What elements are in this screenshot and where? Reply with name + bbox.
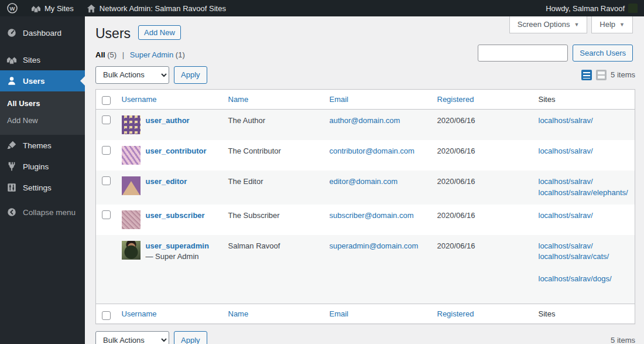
column-footer-registered[interactable]: Registered (437, 309, 474, 318)
registered-date: 2020/06/16 (437, 116, 475, 125)
registered-date: 2020/06/16 (437, 211, 475, 220)
svg-text:W: W (10, 5, 15, 12)
site-link[interactable]: localhost/salrav/ (539, 241, 629, 252)
sidebar-item-dashboard[interactable]: Dashboard (0, 22, 85, 43)
filter-super-admin-link[interactable]: Super Admin (130, 50, 173, 59)
sidebar-item-plugins[interactable]: Plugins (0, 156, 85, 177)
my-sites-label: My Sites (44, 4, 74, 13)
sidebar-item-label: Collapse menu (23, 208, 76, 217)
column-footer-sites: Sites (539, 309, 556, 318)
user-email-link[interactable]: contributor@domain.com (330, 147, 415, 155)
admin-bar: W My Sites Network Admin: Salman Ravoof … (0, 0, 644, 16)
filter-separator: | (122, 50, 124, 59)
apply-button-bottom[interactable]: Apply (174, 331, 207, 344)
filter-all-link[interactable]: All (95, 50, 105, 59)
items-count: 5 items (611, 70, 635, 79)
add-new-button[interactable]: Add New (138, 25, 181, 40)
user-name-text: The Editor (228, 177, 263, 186)
site-link[interactable]: localhost/salrav/ (539, 146, 629, 157)
user-name-text: Salman Ravoof (228, 241, 280, 250)
filter-all-count: (5) (107, 50, 117, 59)
sidebar-item-settings[interactable]: Settings (0, 177, 85, 198)
account-avatar (628, 4, 638, 13)
sidebar-item-themes[interactable]: Themes (0, 135, 85, 156)
column-footer-name[interactable]: Name (228, 309, 249, 318)
sidebar-item-label: Sites (23, 56, 40, 64)
menu-separator (0, 43, 85, 49)
column-header-username[interactable]: Username (122, 95, 157, 104)
sidebar-item-add-new[interactable]: Add New (0, 112, 85, 129)
select-all-checkbox[interactable] (102, 311, 111, 320)
site-link[interactable]: localhost/salrav/ (539, 115, 629, 127)
screen-options-label: Screen Options (518, 20, 570, 29)
search-users-button[interactable]: Search Users (573, 45, 633, 62)
sites-icon (6, 55, 17, 65)
home-icon (87, 4, 96, 13)
howdy-label: Howdy, Salman Ravoof (546, 4, 625, 13)
sidebar-item-label: Dashboard (23, 29, 61, 38)
table-row: user_superadmin — Super Admin Salman Rav… (96, 235, 635, 304)
search-input[interactable] (478, 45, 568, 62)
tablenav-top: Bulk Actions Apply 5 items (95, 66, 635, 84)
column-header-registered[interactable]: Registered (437, 95, 474, 104)
network-admin-label: Network Admin: Salman Ravoof Sites (100, 4, 226, 13)
site-link[interactable]: localhost/salrav/dogs/ (539, 274, 629, 285)
list-view-button[interactable] (581, 70, 592, 80)
user-avatar (122, 176, 141, 195)
help-button[interactable]: Help ▼ (591, 16, 633, 33)
select-row-checkbox[interactable] (102, 146, 111, 155)
my-sites-menu[interactable]: My Sites (25, 0, 80, 16)
username-link[interactable]: user_author (146, 116, 190, 125)
username-link[interactable]: user_subscriber (146, 211, 205, 220)
site-link[interactable]: localhost/salrav/ (539, 176, 629, 188)
submenu-item-label: Add New (7, 116, 38, 125)
sidebar-item-sites[interactable]: Sites (0, 49, 85, 70)
username-link[interactable]: user_superadmin (146, 241, 209, 250)
sidebar-item-users[interactable]: Users (0, 70, 85, 91)
select-row-checkbox[interactable] (102, 115, 111, 124)
select-all-checkbox[interactable] (102, 96, 111, 105)
screen-options-button[interactable]: Screen Options ▼ (509, 16, 588, 33)
column-footer-username[interactable]: Username (122, 309, 157, 318)
site-link[interactable]: localhost/salrav/ (539, 210, 629, 222)
users-submenu: All Users Add New (0, 91, 85, 135)
table-row: user_subscriber The Subscriber subscribe… (96, 205, 635, 235)
site-link[interactable]: localhost/salrav/cats/ (539, 251, 629, 263)
column-footer-email[interactable]: Email (330, 309, 349, 318)
table-footer-row: Username Name Email Registered Sites (96, 304, 635, 324)
super-admin-suffix: — Super Admin (146, 252, 199, 261)
account-menu[interactable]: Howdy, Salman Ravoof (539, 0, 644, 16)
sidebar-item-label: Themes (23, 141, 52, 150)
column-header-email[interactable]: Email (330, 95, 349, 104)
sidebar-item-all-users[interactable]: All Users (0, 95, 85, 112)
bulk-actions-select[interactable]: Bulk Actions (95, 66, 169, 84)
user-email-link[interactable]: editor@domain.com (330, 177, 398, 186)
wordpress-logo-icon: W (6, 2, 18, 14)
my-sites-icon (31, 4, 41, 13)
sidebar-item-label: Plugins (23, 162, 49, 171)
excerpt-view-button[interactable] (596, 70, 607, 80)
user-email-link[interactable]: superadmin@domain.com (330, 241, 419, 250)
username-link[interactable]: user_editor (146, 177, 187, 186)
user-avatar (122, 115, 141, 134)
network-admin-menu[interactable]: Network Admin: Salman Ravoof Sites (80, 0, 232, 16)
plugins-icon (6, 161, 17, 172)
user-email-link[interactable]: author@domain.com (330, 116, 400, 125)
search-box: Search Users (478, 45, 633, 62)
collapse-menu-button[interactable]: Collapse menu (0, 202, 85, 223)
user-email-link[interactable]: subscriber@domain.com (330, 211, 414, 220)
main-content: Screen Options ▼ Help ▼ Users Add New Se… (85, 16, 644, 344)
chevron-down-icon: ▼ (574, 22, 579, 28)
user-avatar (122, 146, 141, 165)
username-link[interactable]: user_contributor (146, 147, 207, 155)
select-row-checkbox[interactable] (102, 210, 111, 219)
column-header-name[interactable]: Name (228, 95, 249, 104)
collapse-arrow-icon (6, 207, 17, 217)
screen-meta-tabs: Screen Options ▼ Help ▼ (509, 16, 633, 33)
select-row-checkbox[interactable] (102, 176, 111, 185)
wordpress-logo-menu[interactable]: W (0, 0, 25, 16)
apply-button[interactable]: Apply (174, 66, 207, 84)
user-name-text: The Contributor (228, 147, 281, 155)
site-link[interactable]: localhost/salrav/elephants/ (539, 188, 629, 199)
bulk-actions-select-bottom[interactable]: Bulk Actions (95, 331, 169, 344)
